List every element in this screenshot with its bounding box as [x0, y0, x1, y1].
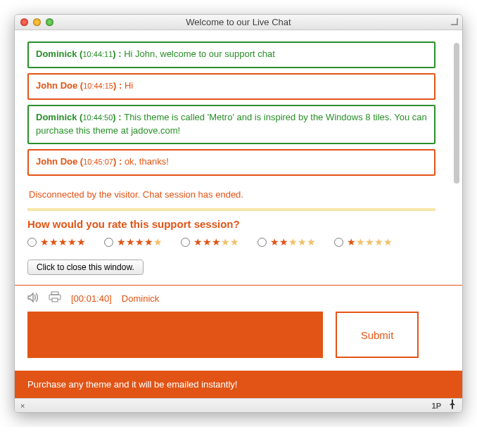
- star-icon: ★: [117, 237, 126, 247]
- scrollbar[interactable]: [454, 43, 459, 205]
- star-icon: ★: [270, 237, 279, 247]
- star-icon: ★: [374, 237, 383, 247]
- rating-option-3[interactable]: ★★★★★: [181, 237, 239, 247]
- sound-icon[interactable]: [27, 293, 39, 305]
- message: John Doe (10:45:07) : ok, thanks!: [27, 149, 435, 176]
- message-sender: Dominick (: [36, 112, 82, 122]
- rating-radio[interactable]: [257, 238, 267, 247]
- rating-option-1[interactable]: ★★★★★: [334, 237, 393, 247]
- content: Dominick (10:44:11) : Hi John, welcome t…: [15, 30, 462, 398]
- star-icon: ★: [212, 237, 221, 247]
- star-icon: ★: [58, 237, 68, 247]
- message-input[interactable]: [27, 312, 323, 358]
- star-icon: ★: [221, 237, 230, 247]
- message-text: ok, thanks!: [125, 156, 169, 167]
- message-sender: Dominick (: [36, 49, 82, 59]
- message-time: 10:45:07: [83, 158, 113, 166]
- star-icon: ★: [356, 237, 365, 247]
- star-icon: ★: [279, 237, 288, 247]
- message-sender: John Doe (: [36, 156, 83, 167]
- window-title: Welcome to our Live Chat: [15, 17, 462, 27]
- session-duration: [00:01:40]: [71, 293, 112, 304]
- separator: [27, 208, 435, 211]
- pin-icon[interactable]: [448, 399, 457, 411]
- star-icon: ★: [144, 237, 153, 247]
- minimize-icon[interactable]: [33, 18, 41, 26]
- star-icon: ★: [68, 237, 77, 247]
- print-icon[interactable]: [49, 291, 61, 306]
- resize-icon[interactable]: [451, 18, 458, 25]
- star-icon: ★: [135, 237, 144, 247]
- star-icon: ★: [298, 237, 307, 247]
- rating-radio[interactable]: [334, 238, 343, 247]
- statusbar-close-icon[interactable]: ×: [20, 402, 25, 410]
- statusbar: × 1P: [15, 398, 462, 412]
- rating-radio[interactable]: [104, 238, 113, 247]
- star-icon: ★: [230, 237, 239, 247]
- message-text: Hi John, welcome to our support chat: [124, 49, 275, 59]
- rating-title: How would you rate this support session?: [27, 215, 450, 237]
- message-time: 10:44:50: [82, 113, 113, 122]
- rating-radio[interactable]: [181, 238, 190, 247]
- message-text: Hi: [125, 80, 133, 91]
- star-icon: ★: [288, 237, 298, 247]
- star-icon: ★: [347, 237, 356, 247]
- chat-window: Welcome to our Live Chat Dominick (10:44…: [14, 14, 463, 413]
- message-time: 10:44:15: [83, 82, 113, 90]
- message-sender: John Doe (: [36, 80, 83, 91]
- svg-rect-0: [51, 292, 58, 295]
- footer-banner: Purchase any theme and it will be emaile…: [15, 371, 462, 398]
- extension-badge[interactable]: 1P: [432, 402, 441, 410]
- titlebar: Welcome to our Live Chat: [15, 15, 462, 30]
- star-icon: ★: [153, 237, 163, 247]
- rating-option-4[interactable]: ★★★★★: [104, 237, 163, 247]
- message-list: Dominick (10:44:11) : Hi John, welcome t…: [27, 41, 450, 176]
- star-icon: ★: [383, 237, 393, 247]
- star-icon: ★: [193, 237, 203, 247]
- svg-rect-2: [52, 298, 58, 302]
- submit-button[interactable]: Submit: [336, 312, 419, 358]
- rating-option-2[interactable]: ★★★★★: [257, 237, 316, 247]
- session-status: Disconnected by the visitor. Chat sessio…: [27, 181, 435, 207]
- message-time: 10:44:11: [82, 50, 113, 58]
- message: John Doe (10:44:15) : Hi: [27, 73, 435, 100]
- star-icon: ★: [49, 237, 58, 247]
- star-icon: ★: [307, 237, 316, 247]
- toolbar: [00:01:40] Dominick: [27, 291, 450, 312]
- star-icon: ★: [40, 237, 49, 247]
- star-icon: ★: [77, 237, 86, 247]
- close-icon[interactable]: [20, 18, 28, 26]
- star-icon: ★: [126, 237, 135, 247]
- input-row: Submit: [27, 312, 450, 371]
- message: Dominick (10:44:11) : Hi John, welcome t…: [27, 41, 435, 68]
- rating-radio[interactable]: [27, 238, 37, 247]
- rating-option-5[interactable]: ★★★★★: [27, 237, 86, 247]
- divider: [15, 285, 462, 286]
- star-icon: ★: [203, 237, 212, 247]
- close-window-button[interactable]: Click to close this window.: [27, 260, 144, 275]
- operator-name: Dominick: [122, 293, 159, 304]
- star-icon: ★: [365, 237, 374, 247]
- message: Dominick (10:44:50) : This theme is call…: [27, 105, 435, 145]
- scroll-thumb[interactable]: [454, 43, 459, 184]
- window-controls: [20, 18, 53, 26]
- zoom-icon[interactable]: [46, 18, 53, 26]
- rating-options: ★★★★★★★★★★★★★★★★★★★★★★★★★: [27, 237, 450, 260]
